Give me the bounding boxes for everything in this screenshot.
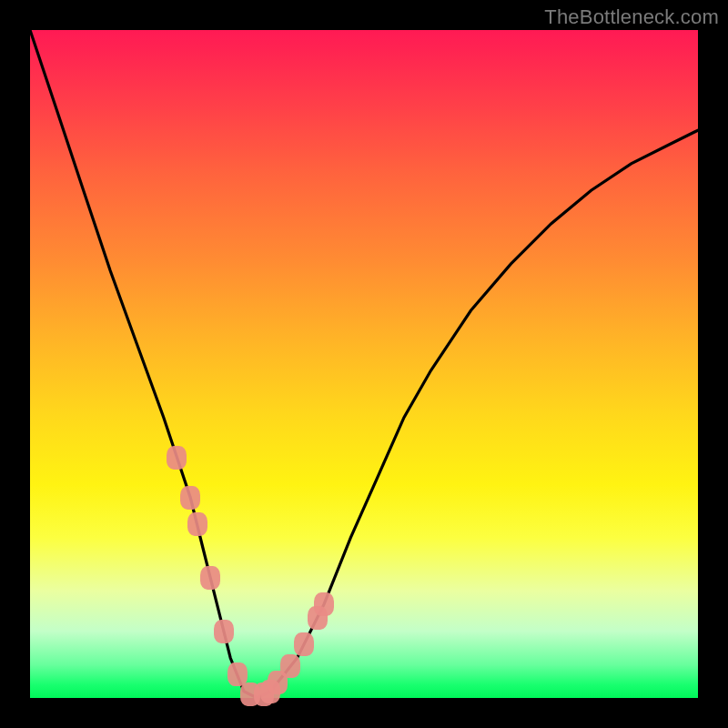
highlight-node bbox=[180, 486, 200, 510]
highlight-node bbox=[200, 566, 220, 590]
bottleneck-curve bbox=[30, 30, 698, 698]
chart-frame: TheBottleneck.com bbox=[0, 0, 728, 728]
highlight-node bbox=[187, 512, 207, 536]
watermark-text: TheBottleneck.com bbox=[544, 5, 719, 29]
highlight-node bbox=[314, 592, 334, 616]
plot-area bbox=[30, 30, 698, 698]
curve-svg bbox=[30, 30, 698, 698]
highlight-node bbox=[167, 446, 187, 470]
highlight-node bbox=[294, 632, 314, 656]
highlight-node bbox=[214, 620, 234, 643]
highlight-node bbox=[280, 654, 300, 678]
